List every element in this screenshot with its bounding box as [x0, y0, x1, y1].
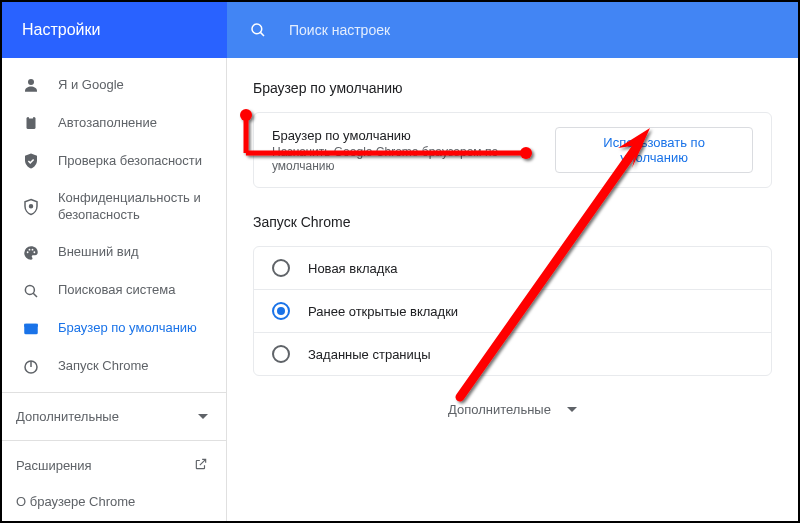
- sidebar-item-search-engine[interactable]: Поисковая система: [2, 272, 226, 310]
- startup-option-new-tab[interactable]: Новая вкладка: [254, 247, 771, 289]
- sidebar-item-safety-check[interactable]: Проверка безопасности: [2, 142, 226, 180]
- page-title: Настройки: [22, 21, 100, 39]
- sidebar-item-label: Проверка безопасности: [58, 153, 202, 170]
- header-title-area: Настройки: [2, 2, 227, 58]
- sidebar-item-label: Конфиденциальность и безопасность: [58, 190, 218, 224]
- svg-point-5: [30, 205, 33, 208]
- chevron-down-icon: [567, 407, 577, 412]
- svg-point-0: [252, 24, 262, 34]
- search-input[interactable]: [289, 22, 589, 38]
- sidebar-item-default-browser[interactable]: Браузер по умолчанию: [2, 310, 226, 348]
- sidebar-advanced-label: Дополнительные: [16, 409, 119, 424]
- svg-point-2: [28, 79, 34, 85]
- sidebar-item-label: Внешний вид: [58, 244, 139, 261]
- default-browser-text: Браузер по умолчанию Назначить Google Ch…: [272, 128, 555, 173]
- advanced-expand[interactable]: Дополнительные: [253, 402, 772, 417]
- make-default-button[interactable]: Использовать по умолчанию: [555, 127, 753, 173]
- main-content: Браузер по умолчанию Браузер по умолчани…: [227, 58, 798, 521]
- startup-card: Новая вкладка Ранее открытые вкладки Зад…: [253, 246, 772, 376]
- palette-icon: [22, 244, 40, 262]
- sidebar-item-you-and-google[interactable]: Я и Google: [2, 66, 226, 104]
- svg-rect-13: [24, 324, 38, 327]
- magnify-icon: [22, 282, 40, 300]
- sidebar-item-label: Автозаполнение: [58, 115, 157, 132]
- sidebar-item-label: Запуск Chrome: [58, 358, 149, 375]
- startup-option-continue[interactable]: Ранее открытые вкладки: [254, 289, 771, 332]
- power-icon: [22, 358, 40, 376]
- radio-label: Ранее открытые вкладки: [308, 304, 458, 319]
- radio-icon: [272, 259, 290, 277]
- person-icon: [22, 76, 40, 94]
- default-browser-row: Браузер по умолчанию Назначить Google Ch…: [254, 113, 771, 187]
- radio-label: Новая вкладка: [308, 261, 398, 276]
- chevron-down-icon: [198, 414, 208, 419]
- search-icon: [249, 21, 267, 39]
- row-title: Браузер по умолчанию: [272, 128, 555, 143]
- shield-icon: [22, 198, 40, 216]
- shield-check-icon: [22, 152, 40, 170]
- advanced-label: Дополнительные: [448, 402, 551, 417]
- sidebar-item-on-startup[interactable]: Запуск Chrome: [2, 348, 226, 386]
- sidebar-item-appearance[interactable]: Внешний вид: [2, 234, 226, 272]
- body: Я и Google Автозаполнение Проверка безоп…: [2, 58, 798, 521]
- startup-title: Запуск Chrome: [253, 214, 772, 230]
- sidebar-advanced[interactable]: Дополнительные: [2, 399, 226, 434]
- radio-icon: [272, 345, 290, 363]
- sidebar-extensions[interactable]: Расширения: [2, 447, 226, 484]
- svg-line-1: [260, 32, 264, 36]
- svg-line-11: [33, 293, 37, 297]
- sidebar-item-label: Поисковая система: [58, 282, 176, 299]
- sidebar: Я и Google Автозаполнение Проверка безоп…: [2, 58, 227, 521]
- svg-rect-3: [27, 117, 36, 129]
- browser-icon: [22, 320, 40, 338]
- svg-point-8: [32, 249, 34, 251]
- row-subtitle: Назначить Google Chrome браузером по умо…: [272, 145, 555, 173]
- radio-label: Заданные страницы: [308, 347, 431, 362]
- divider: [2, 440, 226, 441]
- default-browser-title: Браузер по умолчанию: [253, 80, 772, 96]
- sidebar-about-label: О браузере Chrome: [16, 494, 135, 509]
- svg-point-7: [29, 249, 31, 251]
- svg-point-10: [25, 285, 34, 294]
- search-bar[interactable]: [227, 2, 798, 58]
- default-browser-card: Браузер по умолчанию Назначить Google Ch…: [253, 112, 772, 188]
- svg-point-9: [33, 251, 35, 253]
- startup-option-specific-pages[interactable]: Заданные страницы: [254, 332, 771, 375]
- sidebar-item-label: Браузер по умолчанию: [58, 320, 197, 337]
- sidebar-item-autofill[interactable]: Автозаполнение: [2, 104, 226, 142]
- radio-icon: [272, 302, 290, 320]
- sidebar-item-privacy[interactable]: Конфиденциальность и безопасность: [2, 180, 226, 234]
- clipboard-icon: [22, 114, 40, 132]
- svg-point-6: [27, 251, 29, 253]
- settings-window: Настройки Я и Google Автозаполнение: [0, 0, 800, 523]
- divider: [2, 392, 226, 393]
- external-link-icon: [194, 457, 208, 474]
- sidebar-item-label: Я и Google: [58, 77, 124, 94]
- header: Настройки: [2, 2, 798, 58]
- sidebar-about-chrome[interactable]: О браузере Chrome: [2, 484, 226, 519]
- sidebar-extensions-label: Расширения: [16, 458, 92, 473]
- svg-rect-4: [29, 116, 34, 119]
